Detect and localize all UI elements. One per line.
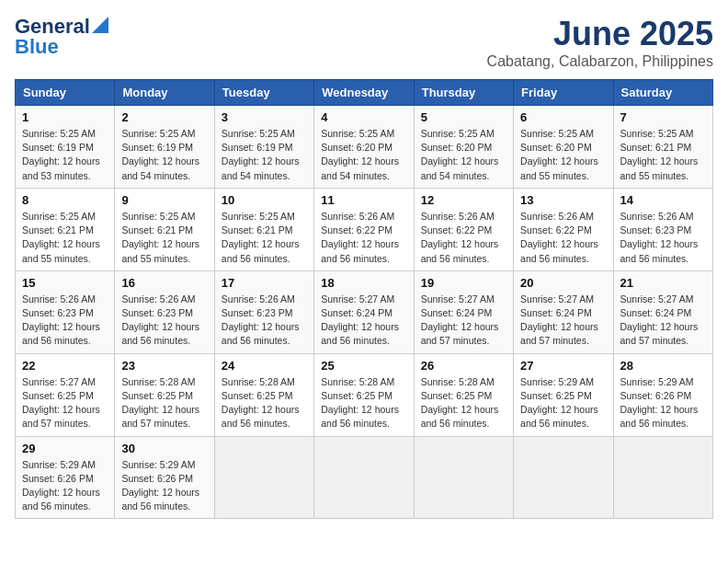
day-number: 8	[22, 193, 108, 207]
logo-blue: Blue	[15, 35, 59, 59]
table-row: 26Sunrise: 5:28 AMSunset: 6:25 PMDayligh…	[414, 353, 513, 436]
day-detail: Sunrise: 5:25 AMSunset: 6:19 PMDaylight:…	[22, 127, 108, 183]
day-number: 23	[121, 359, 207, 373]
calendar-subtitle: Cabatang, Calabarzon, Philippines	[487, 53, 713, 70]
day-detail: Sunrise: 5:27 AMSunset: 6:24 PMDaylight:…	[321, 293, 406, 349]
day-detail: Sunrise: 5:26 AMSunset: 6:23 PMDaylight:…	[620, 210, 706, 266]
day-number: 13	[520, 193, 606, 207]
svg-marker-0	[92, 17, 108, 33]
table-row: 25Sunrise: 5:28 AMSunset: 6:25 PMDayligh…	[314, 353, 414, 436]
calendar-week-row: 8Sunrise: 5:25 AMSunset: 6:21 PMDaylight…	[16, 188, 713, 270]
header-saturday: Saturday	[613, 80, 712, 106]
calendar-week-row: 29Sunrise: 5:29 AMSunset: 6:26 PMDayligh…	[16, 436, 713, 519]
page-header: General Blue June 2025 Cabatang, Calabar…	[15, 15, 713, 70]
header-tuesday: Tuesday	[214, 80, 313, 106]
day-detail: Sunrise: 5:26 AMSunset: 6:23 PMDaylight:…	[22, 293, 108, 349]
day-detail: Sunrise: 5:26 AMSunset: 6:22 PMDaylight:…	[421, 210, 506, 266]
calendar-title: June 2025	[487, 15, 713, 53]
day-detail: Sunrise: 5:25 AMSunset: 6:21 PMDaylight:…	[222, 210, 307, 266]
day-detail: Sunrise: 5:25 AMSunset: 6:21 PMDaylight:…	[22, 210, 108, 266]
day-detail: Sunrise: 5:28 AMSunset: 6:25 PMDaylight:…	[222, 375, 307, 431]
table-row: 15Sunrise: 5:26 AMSunset: 6:23 PMDayligh…	[16, 270, 115, 353]
table-row: 17Sunrise: 5:26 AMSunset: 6:23 PMDayligh…	[214, 270, 313, 353]
table-row: 21Sunrise: 5:27 AMSunset: 6:24 PMDayligh…	[613, 270, 712, 353]
logo-triangle-icon	[92, 17, 108, 33]
day-detail: Sunrise: 5:25 AMSunset: 6:21 PMDaylight:…	[121, 210, 207, 266]
day-number: 5	[421, 110, 506, 124]
table-row: 18Sunrise: 5:27 AMSunset: 6:24 PMDayligh…	[314, 270, 414, 353]
day-detail: Sunrise: 5:28 AMSunset: 6:25 PMDaylight:…	[421, 375, 506, 431]
day-detail: Sunrise: 5:29 AMSunset: 6:26 PMDaylight:…	[121, 458, 207, 514]
day-number: 9	[121, 193, 207, 207]
day-detail: Sunrise: 5:26 AMSunset: 6:23 PMDaylight:…	[222, 293, 307, 349]
day-number: 29	[22, 442, 108, 455]
table-row: 6Sunrise: 5:25 AMSunset: 6:20 PMDaylight…	[514, 106, 613, 189]
day-number: 15	[22, 276, 108, 290]
day-number: 10	[222, 193, 307, 207]
table-row	[514, 436, 613, 519]
header-wednesday: Wednesday	[314, 80, 414, 106]
day-number: 1	[22, 110, 108, 124]
table-row: 4Sunrise: 5:25 AMSunset: 6:20 PMDaylight…	[314, 106, 414, 189]
calendar-table: Sunday Monday Tuesday Wednesday Thursday…	[15, 79, 713, 519]
day-number: 16	[121, 276, 207, 290]
logo: General Blue	[15, 15, 108, 59]
header-friday: Friday	[514, 80, 613, 106]
day-detail: Sunrise: 5:27 AMSunset: 6:25 PMDaylight:…	[22, 375, 108, 431]
table-row: 1Sunrise: 5:25 AMSunset: 6:19 PMDaylight…	[16, 106, 115, 189]
day-number: 3	[222, 110, 307, 124]
table-row: 30Sunrise: 5:29 AMSunset: 6:26 PMDayligh…	[115, 436, 214, 519]
table-row: 28Sunrise: 5:29 AMSunset: 6:26 PMDayligh…	[613, 353, 712, 436]
day-number: 11	[321, 193, 406, 207]
table-row: 29Sunrise: 5:29 AMSunset: 6:26 PMDayligh…	[16, 436, 115, 519]
calendar-week-row: 1Sunrise: 5:25 AMSunset: 6:19 PMDaylight…	[16, 106, 713, 189]
table-row: 20Sunrise: 5:27 AMSunset: 6:24 PMDayligh…	[514, 270, 613, 353]
day-detail: Sunrise: 5:25 AMSunset: 6:20 PMDaylight:…	[520, 127, 606, 183]
day-number: 4	[321, 110, 406, 124]
table-row: 7Sunrise: 5:25 AMSunset: 6:21 PMDaylight…	[613, 106, 712, 189]
table-row: 24Sunrise: 5:28 AMSunset: 6:25 PMDayligh…	[214, 353, 313, 436]
table-row: 8Sunrise: 5:25 AMSunset: 6:21 PMDaylight…	[16, 188, 115, 270]
day-number: 18	[321, 276, 406, 290]
table-row: 5Sunrise: 5:25 AMSunset: 6:20 PMDaylight…	[414, 106, 513, 189]
day-detail: Sunrise: 5:26 AMSunset: 6:23 PMDaylight:…	[121, 293, 207, 349]
table-row: 2Sunrise: 5:25 AMSunset: 6:19 PMDaylight…	[115, 106, 214, 189]
day-detail: Sunrise: 5:26 AMSunset: 6:22 PMDaylight:…	[520, 210, 606, 266]
day-number: 2	[121, 110, 207, 124]
header-monday: Monday	[115, 80, 214, 106]
title-block: June 2025 Cabatang, Calabarzon, Philippi…	[487, 15, 713, 70]
day-number: 30	[121, 442, 207, 455]
day-number: 17	[222, 276, 307, 290]
table-row: 14Sunrise: 5:26 AMSunset: 6:23 PMDayligh…	[613, 188, 712, 270]
day-detail: Sunrise: 5:27 AMSunset: 6:24 PMDaylight:…	[520, 293, 606, 349]
day-detail: Sunrise: 5:25 AMSunset: 6:19 PMDaylight:…	[222, 127, 307, 183]
table-row	[314, 436, 414, 519]
day-number: 25	[321, 359, 406, 373]
table-row	[414, 436, 513, 519]
day-detail: Sunrise: 5:29 AMSunset: 6:25 PMDaylight:…	[520, 375, 606, 431]
day-number: 24	[222, 359, 307, 373]
table-row: 19Sunrise: 5:27 AMSunset: 6:24 PMDayligh…	[414, 270, 513, 353]
table-row: 10Sunrise: 5:25 AMSunset: 6:21 PMDayligh…	[214, 188, 313, 270]
day-detail: Sunrise: 5:25 AMSunset: 6:21 PMDaylight:…	[620, 127, 706, 183]
day-number: 27	[520, 359, 606, 373]
day-number: 22	[22, 359, 108, 373]
table-row: 22Sunrise: 5:27 AMSunset: 6:25 PMDayligh…	[16, 353, 115, 436]
header-thursday: Thursday	[414, 80, 513, 106]
day-number: 19	[421, 276, 506, 290]
table-row: 23Sunrise: 5:28 AMSunset: 6:25 PMDayligh…	[115, 353, 214, 436]
day-number: 21	[620, 276, 706, 290]
day-detail: Sunrise: 5:25 AMSunset: 6:20 PMDaylight:…	[321, 127, 406, 183]
table-row: 11Sunrise: 5:26 AMSunset: 6:22 PMDayligh…	[314, 188, 414, 270]
day-detail: Sunrise: 5:28 AMSunset: 6:25 PMDaylight:…	[121, 375, 207, 431]
table-row: 16Sunrise: 5:26 AMSunset: 6:23 PMDayligh…	[115, 270, 214, 353]
day-number: 20	[520, 276, 606, 290]
day-number: 26	[421, 359, 506, 373]
day-detail: Sunrise: 5:26 AMSunset: 6:22 PMDaylight:…	[321, 210, 406, 266]
table-row: 3Sunrise: 5:25 AMSunset: 6:19 PMDaylight…	[214, 106, 313, 189]
calendar-header-row: Sunday Monday Tuesday Wednesday Thursday…	[16, 80, 713, 106]
day-detail: Sunrise: 5:29 AMSunset: 6:26 PMDaylight:…	[620, 375, 706, 431]
day-number: 14	[620, 193, 706, 207]
day-detail: Sunrise: 5:27 AMSunset: 6:24 PMDaylight:…	[421, 293, 506, 349]
table-row	[613, 436, 712, 519]
